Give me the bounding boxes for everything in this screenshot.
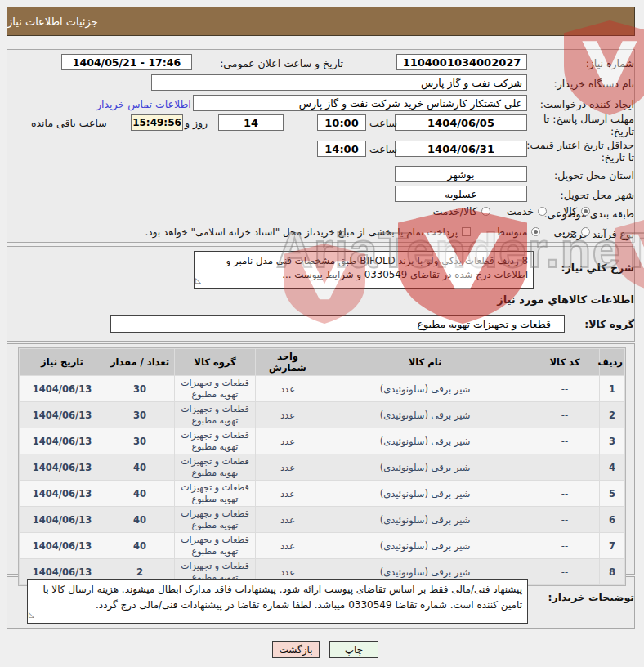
back-button[interactable]: بازگشت xyxy=(272,641,320,658)
page-title: جزئیات اطلاعات نیاز xyxy=(7,7,635,36)
remaining-suffix-label: ساعت باقی مانده xyxy=(31,117,107,129)
cell-row-number: 1 xyxy=(600,376,624,401)
header-item-code[interactable]: کد کالا xyxy=(530,349,599,375)
remaining-days-field: 14 xyxy=(218,114,284,131)
description-textarea[interactable]: 8 ردیف قطعات یدکی ولو با برند BIFOLD طبق… xyxy=(194,251,534,289)
need-number-label: شماره نیاز: xyxy=(586,57,634,69)
cell-unit: عدد xyxy=(256,402,320,428)
buyer-contact-link[interactable]: اطلاعات تماس خریدار xyxy=(96,98,191,110)
table-row: 2 -- شیر برقی (سلونوئیدی) عدد قطعات و تج… xyxy=(20,402,624,428)
option-service[interactable]: خدمت xyxy=(507,205,547,217)
price-hour-label: ساعت xyxy=(369,143,397,155)
province-field[interactable]: بوشهر xyxy=(395,166,527,182)
option-medium-label: متوسط xyxy=(495,226,527,238)
cell-unit: عدد xyxy=(256,533,320,558)
cell-row-number: 6 xyxy=(600,507,624,532)
table-row: 4 -- شیر برقی (سلونوئیدی) عدد قطعات و تج… xyxy=(20,454,624,480)
option-minor-label: جزیی xyxy=(553,226,577,238)
cell-unit: عدد xyxy=(256,454,320,480)
table-row: 7 -- شیر برقی (سلونوئیدی) عدد قطعات و تج… xyxy=(20,533,624,558)
treasury-option[interactable]: پرداخت تمام یا بخشی از مبلغ خرید،از محل … xyxy=(145,226,472,238)
header-unit[interactable]: واحد شمارش xyxy=(256,349,320,375)
cell-unit: عدد xyxy=(256,481,320,506)
radio-minor-icon[interactable] xyxy=(581,227,590,236)
table-row: 6 -- شیر برقی (سلونوئیدی) عدد قطعات و تج… xyxy=(20,507,624,532)
process-type-options: جزیی متوسط پرداخت تمام یا بخشی از مبلغ خ… xyxy=(145,226,591,238)
cell-row-number: 3 xyxy=(600,428,624,454)
cell-quantity: 40 xyxy=(105,481,174,506)
buyer-org-field[interactable]: شرکت نفت و گاز پارس xyxy=(151,74,527,91)
cell-item-code: -- xyxy=(530,428,599,454)
cell-quantity: 40 xyxy=(105,533,174,558)
province-label: استان محل تحویل: xyxy=(554,169,634,181)
cell-item-name: شیر برقی (سلونوئیدی) xyxy=(320,428,530,454)
reply-time-field[interactable]: 10:00 xyxy=(317,114,366,131)
creator-field[interactable]: علی کشتکار کارشناس خرید شرکت نفت و گاز پ… xyxy=(193,95,527,111)
cell-row-number: 8 xyxy=(600,559,624,584)
option-goods[interactable]: کالا xyxy=(563,205,590,217)
creator-label: ایجاد کننده درخواست: xyxy=(540,98,634,110)
buyer-notes-label: توضیحات خریدار: xyxy=(548,591,634,603)
header-quantity[interactable]: تعداد / مقدار xyxy=(105,349,174,375)
price-validity-date-field[interactable]: 1404/06/31 xyxy=(395,141,527,157)
announce-field[interactable]: 1404/05/21 - 17:46 xyxy=(61,54,192,70)
need-number-field[interactable]: 1104001034002027 xyxy=(396,54,527,70)
buyer-org-label: نام دستگاه خریدار: xyxy=(554,78,634,90)
cell-group: قطعات و تجهیزات تهویه مطبوع xyxy=(175,507,255,532)
remaining-days-label: روز و xyxy=(185,117,208,129)
goods-group-field[interactable]: قطعات و تجهیزات تهویه مطبوع xyxy=(110,315,565,333)
option-medium[interactable]: متوسط xyxy=(495,226,540,238)
option-goods-label: کالا xyxy=(563,205,577,217)
cell-item-code: -- xyxy=(530,559,599,584)
cell-row-number: 5 xyxy=(600,481,624,506)
cell-row-number: 7 xyxy=(600,533,624,558)
header-need-date[interactable]: تاریخ نیاز xyxy=(20,349,105,375)
header-row-number[interactable]: ردیف xyxy=(600,349,624,375)
cell-item-code: -- xyxy=(530,481,599,506)
cell-need-date: 1404/06/13 xyxy=(20,533,105,558)
buyer-notes-text: پیشنهاد فنی/مالی فقط بر اساس تقاضای پیوس… xyxy=(43,584,523,611)
cell-item-name: شیر برقی (سلونوئیدی) xyxy=(320,481,530,506)
option-goods-service[interactable]: کالا/خدمت xyxy=(432,205,490,217)
cell-need-date: 1404/06/13 xyxy=(20,507,105,532)
cell-item-name: شیر برقی (سلونوئیدی) xyxy=(320,376,530,401)
cell-need-date: 1404/06/13 xyxy=(20,402,105,428)
cell-item-code: -- xyxy=(530,454,599,480)
cell-group: قطعات و تجهیزات تهویه مطبوع xyxy=(175,481,255,506)
resize-handle-icon[interactable]: ◿ xyxy=(195,274,201,288)
buyer-notes-textarea[interactable]: پیشنهاد فنی/مالی فقط بر اساس تقاضای پیوس… xyxy=(27,579,528,624)
table-row: 1 -- شیر برقی (سلونوئیدی) عدد قطعات و تج… xyxy=(20,376,624,401)
cell-item-code: -- xyxy=(530,507,599,532)
cell-item-name: شیر برقی (سلونوئیدی) xyxy=(320,507,530,532)
radio-goods-icon[interactable] xyxy=(581,207,590,216)
cell-group: قطعات و تجهیزات تهویه مطبوع xyxy=(175,454,255,480)
header-item-name[interactable]: نام کالا xyxy=(320,349,530,375)
resize-handle-icon[interactable]: ◿ xyxy=(29,607,34,623)
reply-deadline-label: مهلت ارسال پاسخ: تا تاریخ: xyxy=(538,113,634,137)
cell-group: قطعات و تجهیزات تهویه مطبوع xyxy=(175,428,255,454)
table-row: 5 -- شیر برقی (سلونوئیدی) عدد قطعات و تج… xyxy=(20,481,624,506)
classification-options: کالا خدمت کالا/خدمت xyxy=(432,205,590,217)
cell-item-name: شیر برقی (سلونوئیدی) xyxy=(320,402,530,428)
cell-row-number: 4 xyxy=(600,454,624,480)
treasury-checkbox-icon[interactable] xyxy=(462,227,471,236)
price-validity-label: حداقل تاریخ اعتبار قیمت: تا تاریخ: xyxy=(524,139,634,163)
price-time-field[interactable]: 14:00 xyxy=(317,141,366,157)
city-field[interactable]: عسلویه xyxy=(395,186,527,202)
announce-label: تاریخ و ساعت اعلان عمومی: xyxy=(220,57,343,69)
radio-goods-service-icon[interactable] xyxy=(481,207,490,216)
table-header-row: ردیف کد کالا نام کالا واحد شمارش گروه کا… xyxy=(20,349,624,375)
print-button[interactable]: چاپ xyxy=(329,641,378,658)
radio-medium-icon[interactable] xyxy=(531,227,540,236)
reply-deadline-date-field[interactable]: 1404/06/05 xyxy=(395,114,527,131)
cell-group: قطعات و تجهیزات تهویه مطبوع xyxy=(175,376,255,401)
radio-service-icon[interactable] xyxy=(538,207,547,216)
cell-quantity: 40 xyxy=(105,507,174,532)
cell-group: قطعات و تجهیزات تهویه مطبوع xyxy=(175,402,255,428)
cell-unit: عدد xyxy=(256,376,320,401)
cell-unit: عدد xyxy=(256,428,320,454)
option-minor[interactable]: جزیی xyxy=(553,226,590,238)
cell-need-date: 1404/06/13 xyxy=(20,428,105,454)
header-group[interactable]: گروه کالا xyxy=(175,349,255,375)
goods-section-title: اطلاعات کالاهاي مورد نیاز xyxy=(497,293,634,306)
